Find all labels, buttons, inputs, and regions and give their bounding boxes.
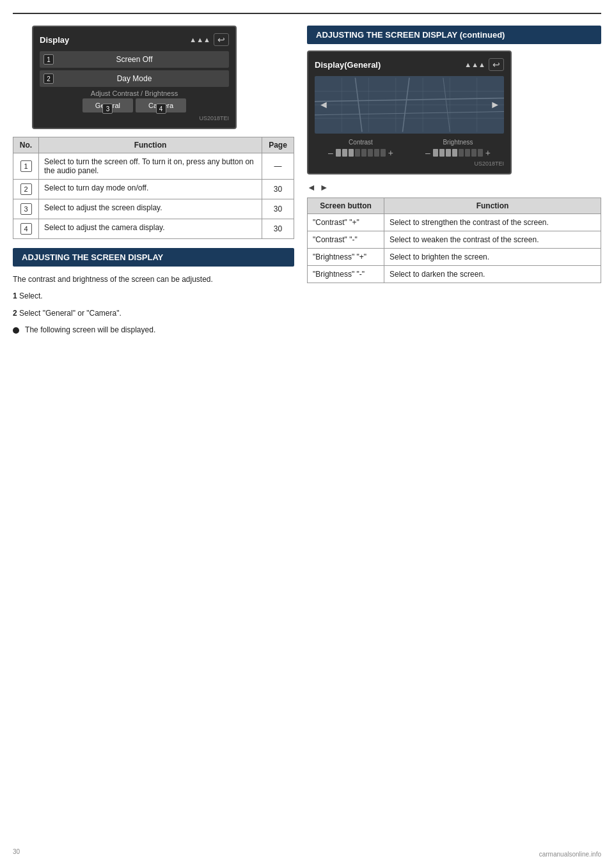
page-number: 30 <box>13 848 20 855</box>
contrast-slider-group: Contrast – <box>315 139 407 158</box>
num-badge-1: 1 <box>43 54 54 65</box>
watermark-text: carmanualsonline.info <box>539 851 601 858</box>
slider-seg <box>452 149 457 157</box>
num-badge-4: 4 <box>156 104 166 114</box>
body-para-3: 2 Select "General" or "Camera". <box>13 307 294 320</box>
map-svg <box>315 76 504 134</box>
left-body: The contrast and brightness of the scree… <box>13 273 294 337</box>
brightness-plus-button[interactable]: + <box>485 148 491 158</box>
table-row: 2 Select to turn day mode on/off. 30 <box>13 180 294 199</box>
day-mode-item[interactable]: 2 Day Mode <box>40 70 229 87</box>
row-num-4: 4 <box>13 219 39 239</box>
signal-icon-right: ▲▲▲ <box>464 61 485 68</box>
row-func-4: Select to adjust the camera display. <box>39 219 262 239</box>
display-screen-mockup: Display ▲▲▲ ↩ 1 Screen Off 2 Day Mode Ad… <box>32 26 237 129</box>
row-page-3: 30 <box>262 199 294 219</box>
display-screen-title: Display <box>40 35 69 45</box>
display-general-mockup: Display(General) ▲▲▲ ↩ ◄ <box>307 50 512 174</box>
slider-seg <box>349 149 354 157</box>
btn-func-contrast-minus: Select to weaken the contrast of the scr… <box>384 231 601 249</box>
left-arrow-icon: ◄ <box>307 182 316 192</box>
watermark: carmanualsonline.info <box>539 851 601 858</box>
section-banner-adjusting: ADJUSTING THE SCREEN DISPLAY <box>13 248 294 267</box>
body-para-bullet: The following screen will be displayed. <box>13 323 294 336</box>
slider-seg <box>433 149 438 157</box>
row-func-1: Select to turn the screen off. To turn i… <box>39 153 262 180</box>
image-code-left: US2018TEI <box>40 115 229 121</box>
btn-label-brightness-minus: "Brightness" "-" <box>308 266 384 283</box>
slider-seg <box>361 149 366 157</box>
function-table: No. Function Page 1 Select to turn the s… <box>13 137 294 239</box>
table-row: 3 Select to adjust the screen display. 3… <box>13 199 294 219</box>
table-header-page: Page <box>262 137 294 153</box>
table-row: "Brightness" "-" Select to darken the sc… <box>308 266 601 283</box>
row-func-2: Select to turn day mode on/off. <box>39 180 262 199</box>
btn-func-brightness-plus: Select to brighten the screen. <box>384 249 601 266</box>
table-row: 4 Select to adjust the camera display. 3… <box>13 219 294 239</box>
row-num-1: 1 <box>13 153 39 180</box>
num-badge-2: 2 <box>43 74 54 84</box>
contrast-minus-button[interactable]: – <box>328 148 333 158</box>
btn-func-contrast-plus: Select to strengthen the contrast of the… <box>384 214 601 231</box>
table-header-no: No. <box>13 137 39 153</box>
num-badge-3: 3 <box>102 104 113 114</box>
slider-seg <box>465 149 470 157</box>
back-button-right[interactable]: ↩ <box>489 58 504 71</box>
table-header-function: Function <box>39 137 262 153</box>
right-column: ADJUSTING THE SCREEN DISPLAY (continued)… <box>307 26 601 341</box>
image-code-right: US2018TEI <box>315 160 504 167</box>
section-banner-right: ADJUSTING THE SCREEN DISPLAY (continued) <box>307 26 601 44</box>
svg-line-9 <box>315 98 504 101</box>
camera-tab[interactable]: Camera 4 <box>136 98 186 112</box>
slider-seg <box>439 149 445 157</box>
slider-seg <box>478 149 483 157</box>
row-page-4: 30 <box>262 219 294 239</box>
slider-row: Contrast – <box>315 139 504 158</box>
left-column: Display ▲▲▲ ↩ 1 Screen Off 2 Day Mode Ad… <box>13 26 294 341</box>
brightness-minus-button[interactable]: – <box>425 148 430 158</box>
slider-seg <box>446 149 451 157</box>
arrow-icons: ◄ ► <box>307 182 601 192</box>
slider-seg <box>355 149 360 157</box>
row-num-3: 3 <box>13 199 39 219</box>
slider-seg <box>336 149 341 157</box>
map-area: ◄ <box>315 76 504 134</box>
screen-button-table: Screen button Function "Contrast" "+" Se… <box>307 198 601 283</box>
contrast-label: Contrast <box>349 139 373 146</box>
slider-seg <box>381 149 386 157</box>
right-arrow-icon: ► <box>320 182 329 192</box>
row-func-3: Select to adjust the screen display. <box>39 199 262 219</box>
body-para-2: 1 Select. <box>13 290 294 302</box>
bottom-spacer <box>13 341 601 855</box>
table-header-screen-btn: Screen button <box>308 198 384 214</box>
brightness-slider-group: Brightness – <box>412 139 504 158</box>
top-divider <box>13 13 601 14</box>
row-num-2: 2 <box>13 180 39 199</box>
screen-tabs: General 3 Camera 4 <box>40 98 229 112</box>
slider-seg <box>368 149 373 157</box>
btn-label-contrast-plus: "Contrast" "+" <box>308 214 384 231</box>
table-header-screen-func: Function <box>384 198 601 214</box>
table-row: "Contrast" "+" Select to strengthen the … <box>308 214 601 231</box>
screen-off-item[interactable]: 1 Screen Off <box>40 51 229 68</box>
svg-line-12 <box>315 112 504 115</box>
table-row: "Contrast" "-" Select to weaken the cont… <box>308 231 601 249</box>
table-row: "Brightness" "+" Select to brighten the … <box>308 249 601 266</box>
slider-seg <box>459 149 464 157</box>
slider-seg <box>471 149 476 157</box>
slider-seg <box>342 149 347 157</box>
brightness-label: Brightness <box>443 139 473 146</box>
screen-icons: ▲▲▲ ↩ <box>189 33 229 46</box>
table-row: 1 Select to turn the screen off. To turn… <box>13 153 294 180</box>
slider-seg <box>374 149 379 157</box>
brightness-track <box>433 149 483 157</box>
contrast-plus-button[interactable]: + <box>388 148 393 158</box>
btn-label-brightness-plus: "Brightness" "+" <box>308 249 384 266</box>
general-tab[interactable]: General 3 <box>83 98 133 112</box>
contrast-track <box>336 149 386 157</box>
map-nav-right-icon[interactable]: ► <box>490 99 500 111</box>
btn-label-contrast-minus: "Contrast" "-" <box>308 231 384 249</box>
back-button[interactable]: ↩ <box>214 33 229 46</box>
signal-icon: ▲▲▲ <box>189 36 210 43</box>
screen-icons-right: ▲▲▲ ↩ <box>464 58 504 71</box>
